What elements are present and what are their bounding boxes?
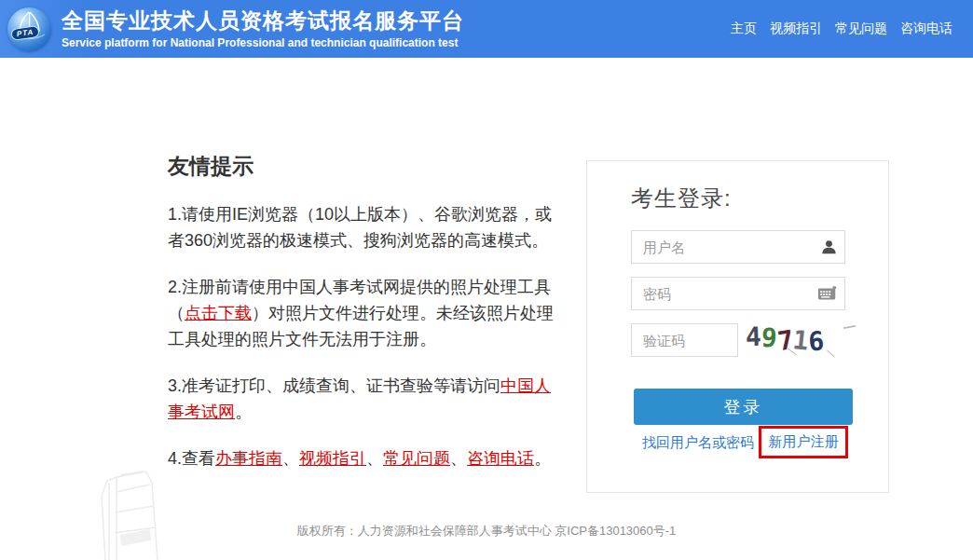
nav-home[interactable]: 主页 (731, 20, 757, 37)
top-nav: 主页 视频指引 常见问题 咨询电话 (731, 20, 973, 37)
username-input[interactable] (631, 230, 845, 264)
tip-text: 、 (450, 449, 467, 468)
captcha-image[interactable]: 4 9 7 1 6 (746, 321, 852, 359)
captcha-digit: 6 (808, 325, 826, 357)
new-user-register-link[interactable]: 新用户注册 (769, 433, 839, 451)
friendly-tips-section: 友情提示 1.请使用IE浏览器（10以上版本）、谷歌浏览器，或者360浏览器的极… (168, 152, 565, 471)
tip-text: 、 (282, 449, 299, 468)
tip-cpta-site: 3.准考证打印、成绩查询、证书查验等请访问中国人事考试网。 (168, 373, 565, 425)
login-panel: 考生登录: 4 9 7 1 6 (586, 160, 889, 493)
register-highlight-annotation: 新用户注册 (759, 426, 848, 458)
tip-see-also: 4.查看办事指南、视频指引、常见问题、咨询电话。 (168, 445, 565, 471)
nav-video-guide[interactable]: 视频指引 (770, 20, 822, 37)
phone-link[interactable]: 咨询电话 (467, 449, 534, 468)
captcha-input[interactable] (631, 323, 738, 357)
tip-text: 。 (235, 403, 252, 421)
user-icon (820, 239, 838, 256)
footer: 版权所有：人力资源和社会保障部人事考试中心 京ICP备13013060号-1 (0, 523, 973, 540)
password-field (631, 277, 845, 310)
tip-text: 1.请使用IE浏览器（10以上版本）、谷歌浏览器，或者360浏览器的极速模式、搜… (168, 205, 552, 250)
captcha-digit: 4 (745, 321, 761, 353)
tip-photo-tool: 2.注册前请使用中国人事考试网提供的照片处理工具（点击下载）对照片文件进行处理。… (168, 274, 565, 352)
video-guide-link[interactable]: 视频指引 (299, 449, 366, 468)
password-input[interactable] (631, 277, 845, 310)
page: PTA 全国专业技术人员资格考试报名服务平台 Service platform … (0, 0, 973, 560)
copyright-text: 版权所有：人力资源和社会保障部人事考试中心 京ICP备13013060号-1 (297, 524, 677, 538)
header: PTA 全国专业技术人员资格考试报名服务平台 Service platform … (0, 0, 973, 58)
username-field (631, 230, 845, 264)
download-photo-tool-link[interactable]: 点击下载 (185, 304, 252, 322)
tip-browser: 1.请使用IE浏览器（10以上版本）、谷歌浏览器，或者360浏览器的极速模式、搜… (168, 201, 565, 253)
nav-contact-phone[interactable]: 咨询电话 (900, 20, 952, 37)
tips-heading: 友情提示 (168, 152, 565, 181)
tip-text: 、 (366, 449, 383, 468)
header-titles: 全国专业技术人员资格考试报名服务平台 Service platform for … (62, 8, 464, 49)
building-watermark (89, 455, 177, 560)
pta-logo-icon: PTA (7, 7, 51, 51)
login-heading: 考生登录: (631, 184, 732, 213)
captcha-field (631, 323, 738, 357)
guide-link[interactable]: 办事指南 (215, 449, 282, 468)
captcha-noise-line (843, 325, 856, 329)
keyboard-icon (817, 286, 838, 302)
site-title: 全国专业技术人员资格考试报名服务平台 (62, 8, 464, 33)
forgot-username-password-link[interactable]: 找回用户名或密码 (642, 434, 754, 452)
captcha-digits: 4 9 7 1 6 (746, 321, 824, 352)
tip-text: 。 (534, 449, 551, 468)
tip-text: 3.准考证打印、成绩查询、证书查验等请访问 (168, 376, 500, 395)
faq-link[interactable]: 常见问题 (383, 449, 450, 468)
login-button[interactable]: 登录 (634, 389, 853, 425)
nav-faq[interactable]: 常见问题 (835, 20, 887, 37)
site-subtitle: Service platform for National Profession… (62, 36, 464, 49)
captcha-noise-line (827, 349, 835, 357)
